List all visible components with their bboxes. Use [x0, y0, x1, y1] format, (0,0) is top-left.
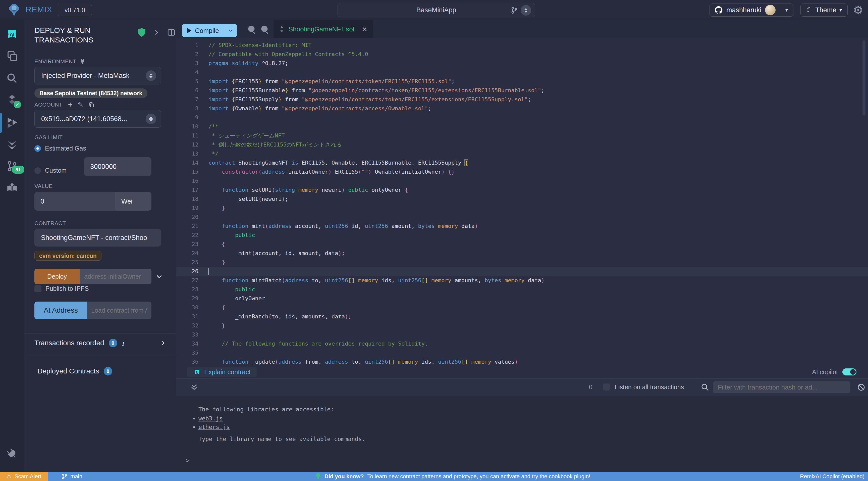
code-line-14[interactable]: 14contract ShootingGameNFT is ERC1155, O…	[176, 158, 868, 168]
terminal-filter-input[interactable]	[713, 381, 850, 393]
sidebar-item-deploy-run[interactable]	[5, 115, 19, 129]
sidebar-item-remix-ai[interactable]: AI	[5, 27, 19, 41]
code-editor[interactable]: 1// SPDX-License-Identifier: MIT2// Comp…	[176, 38, 868, 366]
code-line-1[interactable]: 1// SPDX-License-Identifier: MIT	[176, 41, 868, 50]
moon-icon: ☾	[806, 6, 812, 14]
at-address-input[interactable]	[87, 302, 151, 319]
code-line-15[interactable]: 15 constructor(address initialOwner) ERC…	[176, 168, 868, 176]
code-line-10[interactable]: 10/**	[176, 122, 868, 131]
sidebar-item-unit-testing[interactable]	[5, 138, 19, 152]
git-branch-status[interactable]: main	[61, 473, 82, 480]
tab-shootinggamenft[interactable]: ShootingGameNFT.sol ✕	[274, 20, 373, 38]
code-line-5[interactable]: 5import {ERC1155} from "@openzeppelin/co…	[176, 77, 868, 86]
code-line-9[interactable]: 9	[176, 113, 868, 122]
value-input[interactable]	[34, 192, 115, 211]
code-line-34[interactable]: 34 // The following functions are overri…	[176, 339, 868, 348]
terminal-prompt[interactable]: >	[185, 456, 190, 465]
deploy-button[interactable]: Deploy	[34, 269, 80, 284]
tab-close-icon[interactable]: ✕	[362, 26, 367, 33]
value-unit-select[interactable]: Wei	[115, 192, 151, 211]
code-line-30[interactable]: 30 {	[176, 303, 868, 312]
pin-panel-icon[interactable]	[153, 29, 160, 36]
explain-contract-button[interactable]: AI Explain contract	[187, 367, 257, 377]
account-dropdown-icon[interactable]: ▾	[780, 4, 793, 16]
code-line-2[interactable]: 2// Compatible with OpenZeppelin Contrac…	[176, 50, 868, 59]
settings-gear-icon[interactable]: ⚙	[853, 3, 863, 17]
contract-select[interactable]: ShootingGameNFT - contract/Shoo	[34, 229, 161, 246]
remix-logo-icon[interactable]	[7, 3, 21, 17]
listen-transactions-checkbox[interactable]	[603, 384, 610, 391]
github-account-button[interactable]: mashharuki ▾	[710, 3, 794, 17]
sidebar-item-file-explorer[interactable]	[5, 49, 19, 63]
code-line-21[interactable]: 21 function mint(address account, uint25…	[176, 222, 868, 231]
code-line-31[interactable]: 31 _mintBatch(to, ids, amounts, data);	[176, 312, 868, 321]
code-line-28[interactable]: 28 public	[176, 285, 868, 294]
sidebar-item-git[interactable]: 91	[5, 159, 19, 173]
estimated-gas-radio[interactable]	[34, 145, 41, 152]
code-line-22[interactable]: 22 public	[176, 231, 868, 240]
code-line-3[interactable]: 3pragma solidity ^0.8.27;	[176, 59, 868, 68]
terminal-search-icon[interactable]	[701, 383, 709, 392]
editor-scrollbar[interactable]	[863, 40, 866, 116]
code-line-17[interactable]: 17 function setURI(string memory newuri)…	[176, 185, 868, 194]
ai-copilot-toggle[interactable]	[842, 368, 857, 375]
code-line-20[interactable]: 20	[176, 213, 868, 222]
terminal-expand-icon[interactable]	[190, 383, 198, 392]
transactions-expand-icon[interactable]	[160, 340, 166, 346]
sidebar-item-solidity-compiler[interactable]: ✓	[5, 93, 19, 107]
terminal-output[interactable]: The following libraries are accessible: …	[176, 396, 868, 472]
theme-button[interactable]: ☾ Theme ▾	[800, 3, 848, 17]
sidebar-item-learneth[interactable]	[5, 181, 19, 195]
code-line-23[interactable]: 23 {	[176, 240, 868, 249]
code-line-36[interactable]: 36 function _update(address from, addres…	[176, 357, 868, 366]
add-account-icon[interactable]: +	[68, 100, 73, 109]
copy-account-icon[interactable]	[88, 102, 94, 108]
git-branch-icon[interactable]	[510, 6, 518, 14]
edit-account-icon[interactable]: ✎	[78, 101, 83, 109]
environment-select[interactable]: Injected Provider - MetaMask	[34, 67, 161, 85]
code-line-13[interactable]: 13 */	[176, 149, 868, 158]
code-line-18[interactable]: 18 _setURI(newuri);	[176, 194, 868, 204]
zoom-out-icon[interactable]	[247, 24, 258, 35]
scam-alert-button[interactable]: ⚠ Scam Alert	[0, 472, 48, 481]
deploy-expand-icon[interactable]	[155, 273, 163, 280]
plug-icon[interactable]	[80, 59, 85, 65]
code-line-16[interactable]: 16	[176, 176, 868, 185]
transactions-info-icon[interactable]: i	[122, 339, 124, 347]
deploy-args-input[interactable]	[80, 269, 151, 284]
compile-split-button[interactable]: Compile	[182, 24, 237, 37]
compile-button[interactable]: Compile	[182, 24, 224, 37]
code-line-8[interactable]: 8import {Ownable} from "@openzeppelin/co…	[176, 104, 868, 113]
code-line-4[interactable]: 4	[176, 68, 868, 77]
custom-gas-radio[interactable]	[34, 168, 41, 174]
publish-ipfs-checkbox[interactable]	[34, 285, 41, 292]
custom-gas-input[interactable]	[84, 157, 151, 176]
code-line-26[interactable]: 26	[176, 267, 868, 276]
account-select[interactable]: 0x519...aD072 (141.60568...	[34, 110, 161, 128]
workspace-selector[interactable]: BaseMiniApp	[338, 3, 535, 17]
code-line-32[interactable]: 32 }	[176, 321, 868, 330]
workspace-dropdown-icon[interactable]	[521, 5, 531, 16]
at-address-button[interactable]: At Address	[34, 302, 87, 319]
code-line-27[interactable]: 27 function mintBatch(address to, uint25…	[176, 276, 868, 285]
code-line-25[interactable]: 25 }	[176, 258, 868, 267]
split-view-icon[interactable]	[167, 28, 176, 37]
terminal-link-web3-js[interactable]: web3.js	[198, 415, 223, 422]
code-line-35[interactable]: 35	[176, 348, 868, 357]
code-line-29[interactable]: 29 onlyOwner	[176, 294, 868, 303]
transactions-recorded-row[interactable]: Transactions recorded 0 i	[34, 337, 166, 349]
code-line-6[interactable]: 6import {ERC1155Burnable} from "@openzep…	[176, 86, 868, 95]
code-line-7[interactable]: 7import {ERC1155Supply} from "@openzeppe…	[176, 95, 868, 104]
code-line-19[interactable]: 19 }	[176, 204, 868, 213]
sidebar-item-plugin-manager[interactable]	[5, 447, 19, 461]
clear-console-icon[interactable]	[857, 383, 866, 392]
code-line-24[interactable]: 24 _mint(account, id, amount, data);	[176, 249, 868, 258]
code-line-33[interactable]: 33	[176, 330, 868, 339]
code-line-12[interactable]: 12 * 倒した敵の数だけERC1155のNFTがミントされる	[176, 140, 868, 149]
sidebar-item-search[interactable]	[5, 71, 19, 85]
deployed-contracts-row[interactable]: Deployed Contracts 0	[37, 367, 112, 375]
zoom-in-icon[interactable]	[260, 24, 271, 35]
code-line-11[interactable]: 11 * シューティングゲームNFT	[176, 131, 868, 140]
terminal-link-ethers-js[interactable]: ethers.js	[198, 424, 230, 430]
compile-options-icon[interactable]	[224, 24, 237, 37]
